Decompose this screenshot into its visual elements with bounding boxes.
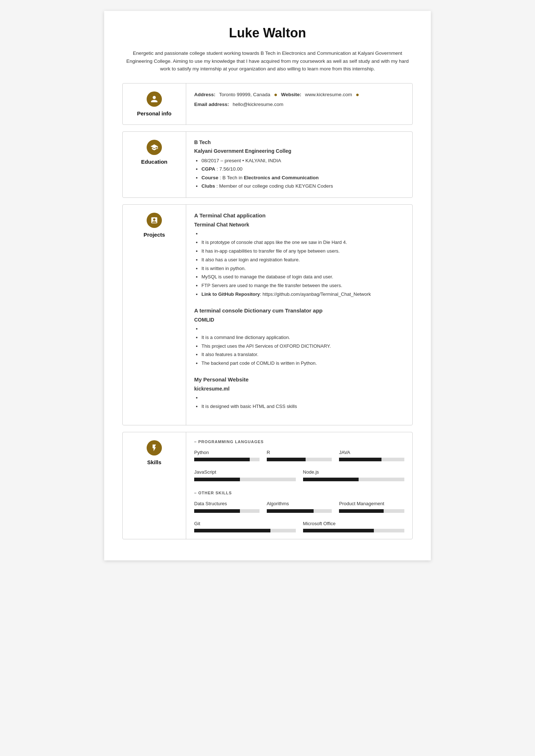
projects-content: A Terminal Chat application Terminal Cha…: [186, 205, 412, 425]
bullet-dot-2: ●: [356, 90, 359, 99]
skill-nodejs-bar-fill: [303, 478, 359, 481]
proj2-b2: This project uses the API Services of OX…: [201, 343, 404, 350]
project-1-list: It is prototype of console chat apps lik…: [194, 230, 404, 298]
education-title: Education: [141, 159, 168, 165]
address-label: Address:: [194, 91, 216, 99]
skill-algo-bar-fill: [267, 509, 314, 513]
skills-section: Skills – PROGRAMMING LANGUAGES Python R: [122, 432, 413, 539]
skill-ds-bar-bg: [194, 509, 260, 513]
skill-git-bar-bg: [194, 529, 296, 532]
skill-python: Python: [194, 449, 260, 462]
skill-nodejs-name: Node.js: [303, 469, 405, 476]
proj1-b7: Link to GitHub Repository: https://githu…: [201, 291, 404, 298]
proj2-b0: [201, 325, 404, 333]
skill-js: JavaScript: [194, 469, 296, 481]
skill-r: R: [267, 449, 332, 462]
project-2-subtitle: COMLID: [194, 316, 404, 324]
project-3-title: My Personal Website: [194, 375, 404, 384]
skill-ds: Data Structures: [194, 500, 260, 513]
proj1-b2: It has in-app capabilities to transfer f…: [201, 248, 404, 255]
proj2-b4: The backend part code of COMLID is writt…: [201, 360, 404, 367]
skills-title: Skills: [147, 459, 161, 465]
skill-java-bar-fill: [339, 458, 381, 461]
skill-pm: Product Management: [339, 500, 404, 513]
resume-container: Luke Walton Energetic and passionate col…: [104, 11, 431, 560]
programming-skills-grid: Python R JAVA: [194, 449, 404, 462]
skill-pm-bar-fill: [339, 509, 383, 513]
proj1-b0: [201, 230, 404, 238]
personal-info-section: Personal info Address: Toronto 99999, Ca…: [122, 83, 413, 125]
skill-nodejs: Node.js: [303, 469, 405, 481]
project-1-title: A Terminal Chat application: [194, 211, 404, 220]
education-content: B Tech Kalyani Government Engineering Co…: [186, 132, 412, 197]
skill-git: Git: [194, 520, 296, 533]
skill-pm-name: Product Management: [339, 500, 404, 508]
education-section: Education B Tech Kalyani Government Engi…: [122, 131, 413, 198]
email-value: hello@kickresume.com: [233, 101, 283, 109]
skill-ds-bar-fill: [194, 509, 240, 513]
skill-nodejs-bar-bg: [303, 478, 405, 481]
project-2: A terminal console Dictionary cum Transl…: [194, 306, 404, 367]
project-2-title: A terminal console Dictionary cum Transl…: [194, 306, 404, 315]
skills-left: Skills: [123, 432, 186, 539]
skill-ds-name: Data Structures: [194, 500, 260, 508]
address-value: Toronto 99999, Canada: [219, 91, 270, 99]
proj1-b1: It is prototype of console chat apps lik…: [201, 239, 404, 246]
skill-msoffice: Microsoft Office: [303, 520, 405, 533]
project-1-subtitle: Terminal Chat Network: [194, 221, 404, 229]
education-left: Education: [123, 132, 186, 197]
project-2-list: It is a command line dictionary applicat…: [194, 325, 404, 367]
project-3-list: It is designed with basic HTML and CSS s…: [194, 394, 404, 410]
programming-skills-grid-2: JavaScript Node.js: [194, 469, 404, 481]
skills-icon: [147, 440, 162, 455]
project-3: My Personal Website kickresume.ml It is …: [194, 375, 404, 410]
skill-java-name: JAVA: [339, 449, 404, 457]
skill-r-bar-bg: [267, 458, 332, 461]
proj1-b5: MySQL is used to manage the database of …: [201, 273, 404, 281]
skill-git-name: Git: [194, 520, 296, 528]
skill-algo: Algorithms: [267, 500, 332, 513]
other-skills-label: – OTHER SKILLS: [194, 490, 404, 496]
personal-info-title: Personal info: [137, 110, 171, 117]
projects-icon: [147, 213, 162, 228]
resume-summary: Energetic and passionate college student…: [122, 49, 413, 73]
proj3-b1: It is designed with basic HTML and CSS s…: [201, 403, 404, 410]
skill-js-name: JavaScript: [194, 469, 296, 476]
skill-js-bar-bg: [194, 478, 296, 481]
proj1-b6: FTP Servers are used to mange the file t…: [201, 282, 404, 290]
edu-detail-1: CGPA : 7.56/10.00: [201, 165, 404, 173]
skill-msoffice-bar-bg: [303, 529, 405, 532]
proj1-b4: It is written in python.: [201, 265, 404, 273]
skill-git-bar-fill: [194, 529, 270, 532]
edu-school: Kalyani Government Engineering Colleg: [194, 147, 404, 155]
personal-info-content: Address: Toronto 99999, Canada ● Website…: [186, 83, 412, 124]
projects-title: Projects: [143, 232, 165, 238]
skill-java: JAVA: [339, 449, 404, 462]
skill-python-bar-bg: [194, 458, 260, 461]
website-label: Website:: [281, 91, 301, 99]
projects-left: Projects: [123, 205, 186, 425]
skill-js-bar-fill: [194, 478, 240, 481]
education-icon: [147, 140, 162, 155]
email-label: Email address:: [194, 101, 229, 109]
skill-python-bar-fill: [194, 458, 250, 461]
edu-detail-3: Clubs : Member of our college coding clu…: [201, 182, 404, 190]
projects-section: Projects A Terminal Chat application Ter…: [122, 204, 413, 425]
skill-pm-bar-bg: [339, 509, 404, 513]
skill-r-name: R: [267, 449, 332, 457]
personal-info-icon: [147, 91, 162, 107]
skill-r-bar-fill: [267, 458, 306, 461]
edu-detail-2: Course : B Tech in Electronics and Commu…: [201, 174, 404, 182]
project-3-subtitle: kickresume.ml: [194, 385, 404, 393]
other-skills-grid: Data Structures Algorithms Product Manag…: [194, 500, 404, 513]
skill-java-bar-bg: [339, 458, 404, 461]
bullet-dot-1: ●: [274, 90, 278, 99]
edu-details-list: 08/2017 – present • KALYANI, INDIA CGPA …: [194, 157, 404, 190]
edu-detail-0: 08/2017 – present • KALYANI, INDIA: [201, 157, 404, 165]
skill-algo-name: Algorithms: [267, 500, 332, 508]
skill-msoffice-bar-fill: [303, 529, 374, 532]
programming-label: – PROGRAMMING LANGUAGES: [194, 439, 404, 445]
skill-python-name: Python: [194, 449, 260, 457]
website-value: www.kickresume.com: [305, 91, 352, 99]
skill-algo-bar-bg: [267, 509, 332, 513]
